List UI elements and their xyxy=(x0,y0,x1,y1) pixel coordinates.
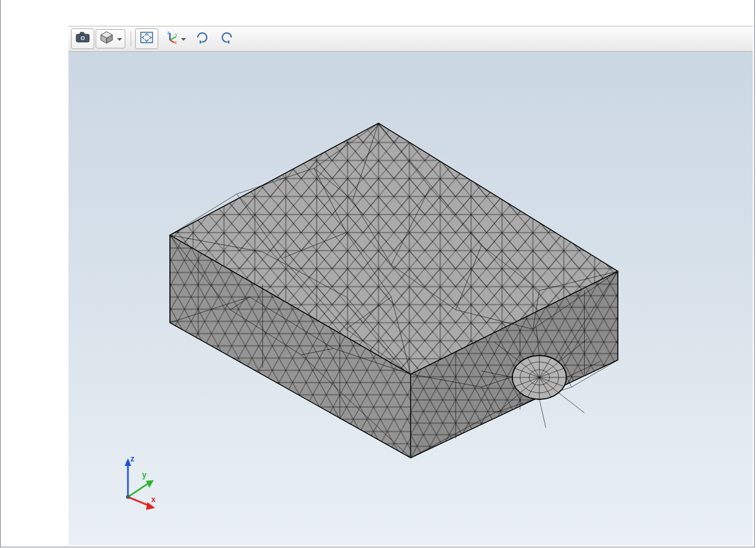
zoom-extents-button[interactable] xyxy=(135,28,158,49)
screenshot-button[interactable] xyxy=(71,28,94,49)
svg-rect-1 xyxy=(80,32,84,35)
window-frame: z y x xyxy=(0,0,755,547)
graphics-viewport[interactable]: z y x xyxy=(68,52,753,545)
fit-extents-icon xyxy=(140,31,154,47)
svg-text:z: z xyxy=(167,31,170,35)
svg-line-10 xyxy=(170,40,174,43)
left-gutter xyxy=(1,0,68,545)
mesh-rendering xyxy=(68,52,753,545)
axis-orient-button[interactable]: z y x xyxy=(160,29,189,48)
svg-text:x: x xyxy=(174,40,177,44)
rotate-cw-icon xyxy=(195,31,209,47)
view-toolbar: z y x xyxy=(68,26,753,52)
xyz-axes-icon: z y x xyxy=(163,31,178,47)
svg-text:y: y xyxy=(175,32,178,37)
rotate-cw-button[interactable] xyxy=(191,28,214,49)
svg-marker-15 xyxy=(227,40,229,44)
svg-marker-14 xyxy=(200,40,202,44)
rotate-ccw-button[interactable] xyxy=(215,28,238,49)
top-strip xyxy=(68,0,753,26)
svg-point-3 xyxy=(81,37,84,39)
toolbar-separator xyxy=(131,31,131,47)
cube-icon xyxy=(100,31,114,47)
camera-icon xyxy=(76,32,90,46)
rotate-ccw-icon xyxy=(220,31,234,47)
view-cube-button[interactable] xyxy=(96,29,125,48)
